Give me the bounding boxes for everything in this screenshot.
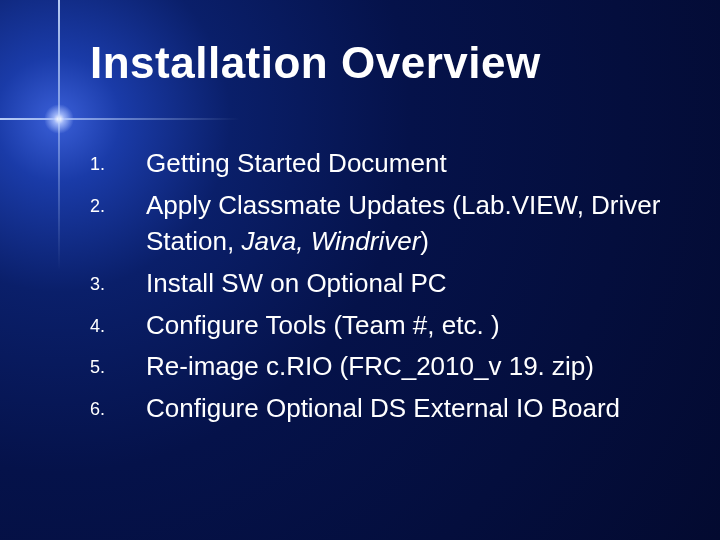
slide-title: Installation Overview [90, 38, 670, 88]
list-number: 3. [90, 266, 146, 297]
list-number: 4. [90, 308, 146, 339]
list-item: 6. Configure Optional DS External IO Boa… [90, 391, 670, 427]
list-item: 1. Getting Started Document [90, 146, 670, 182]
list-item: 5. Re-image c.RIO (FRC_2010_v 19. zip) [90, 349, 670, 385]
list-item: 2. Apply Classmate Updates (Lab.VIEW, Dr… [90, 188, 670, 260]
list-text: Apply Classmate Updates (Lab.VIEW, Drive… [146, 188, 670, 260]
slide-content: Installation Overview 1. Getting Started… [0, 0, 720, 540]
list-text: Getting Started Document [146, 146, 670, 182]
list-number: 5. [90, 349, 146, 380]
list-number: 1. [90, 146, 146, 177]
numbered-list: 1. Getting Started Document 2. Apply Cla… [90, 146, 670, 427]
list-text: Configure Optional DS External IO Board [146, 391, 670, 427]
list-number: 2. [90, 188, 146, 219]
list-number: 6. [90, 391, 146, 422]
list-text: Configure Tools (Team #, etc. ) [146, 308, 670, 344]
list-text: Re-image c.RIO (FRC_2010_v 19. zip) [146, 349, 670, 385]
list-item: 3. Install SW on Optional PC [90, 266, 670, 302]
list-item: 4. Configure Tools (Team #, etc. ) [90, 308, 670, 344]
list-text: Install SW on Optional PC [146, 266, 670, 302]
